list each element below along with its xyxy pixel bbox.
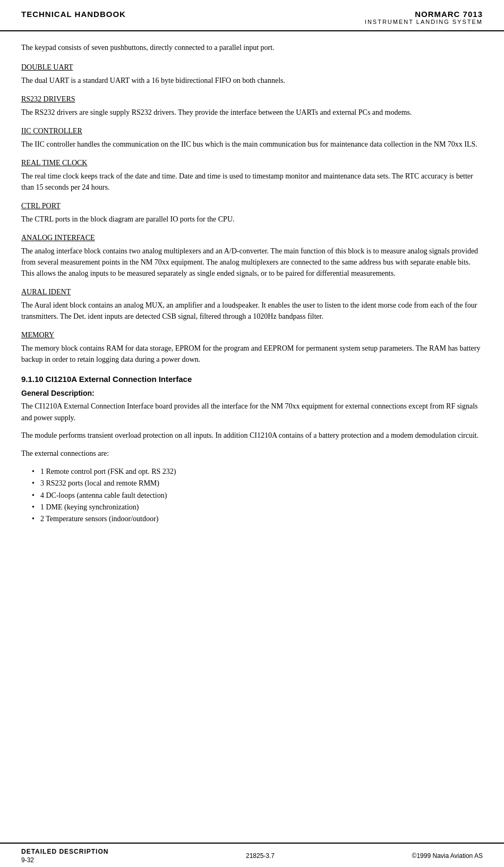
- footer: DETAILED DESCRIPTION 9-32 21825-3.7 ©199…: [0, 843, 504, 867]
- list-item-4: 1 DME (keying synchronization): [32, 502, 483, 513]
- header-title-left: TECHNICAL HANDBOOK: [21, 10, 126, 19]
- general-description-label: General Description:: [21, 389, 483, 397]
- footer-page: 9-32: [21, 856, 108, 864]
- header-right: NORMARC 7013 INSTRUMENT LANDING SYSTEM: [365, 10, 483, 25]
- section-title-ctrl-port: CTRL PORT: [21, 200, 483, 211]
- list-item-1: 1 Remote control port (FSK and opt. RS 2…: [32, 466, 483, 478]
- section-title-rs232-drivers: RS232 DRIVERS: [21, 94, 483, 105]
- section-body-memory: The memory block contains RAM for data s…: [21, 343, 483, 365]
- section-ctrl-port: CTRL PORT The CTRL ports in the block di…: [21, 200, 483, 225]
- section-title-aural-ident: AURAL IDENT: [21, 286, 483, 298]
- connections-list: 1 Remote control port (FSK and opt. RS 2…: [32, 466, 483, 525]
- section-body-ctrl-port: The CTRL ports in the block diagram are …: [21, 214, 483, 225]
- subsection-para-2: The module performs transient overload p…: [21, 430, 483, 441]
- header-subtitle-right: INSTRUMENT LANDING SYSTEM: [365, 19, 483, 25]
- footer-center: 21825-3.7: [246, 852, 275, 860]
- section-rs232-drivers: RS232 DRIVERS The RS232 drivers are sing…: [21, 94, 483, 118]
- section-title-double-uart: DOUBLE UART: [21, 62, 483, 73]
- section-body-aural-ident: The Aural ident block contains an analog…: [21, 300, 483, 322]
- section-memory: MEMORY The memory block contains RAM for…: [21, 329, 483, 365]
- section-body-analog-interface: The analog interface block contains two …: [21, 245, 483, 279]
- footer-right: ©1999 Navia Aviation AS: [412, 852, 483, 860]
- section-body-rs232-drivers: The RS232 drivers are single supply RS23…: [21, 107, 483, 118]
- section-double-uart: DOUBLE UART The dual UART is a standard …: [21, 62, 483, 86]
- section-analog-interface: ANALOG INTERFACE The analog interface bl…: [21, 232, 483, 279]
- subsection-para-1: The CI1210A External Connection Interfac…: [21, 401, 483, 423]
- section-aural-ident: AURAL IDENT The Aural ident block contai…: [21, 286, 483, 322]
- section-title-iic-controller: IIC CONTROLLER: [21, 125, 483, 137]
- header: TECHNICAL HANDBOOK NORMARC 7013 INSTRUME…: [0, 0, 504, 31]
- section-body-iic-controller: The IIC controller handles the communica…: [21, 139, 483, 150]
- section-iic-controller: IIC CONTROLLER The IIC controller handle…: [21, 125, 483, 150]
- section-body-real-time-clock: The real time clock keeps track of the d…: [21, 171, 483, 193]
- header-title-right: NORMARC 7013: [365, 10, 483, 19]
- section-title-real-time-clock: REAL TIME CLOCK: [21, 157, 483, 168]
- section-title-memory: MEMORY: [21, 329, 483, 341]
- section-real-time-clock: REAL TIME CLOCK The real time clock keep…: [21, 157, 483, 193]
- section-title-analog-interface: ANALOG INTERFACE: [21, 232, 483, 243]
- section-body-double-uart: The dual UART is a standard UART with a …: [21, 75, 483, 86]
- list-item-3: 4 DC-loops (antenna cable fault detectio…: [32, 490, 483, 502]
- page: TECHNICAL HANDBOOK NORMARC 7013 INSTRUME…: [0, 0, 504, 867]
- subsection-heading: 9.1.10 CI1210A External Connection Inter…: [21, 375, 483, 384]
- list-item-5: 2 Temperature sensors (indoor/outdoor): [32, 513, 483, 525]
- list-item-2: 3 RS232 ports (local and remote RMM): [32, 478, 483, 489]
- subsection-para-3: The external connections are:: [21, 448, 483, 460]
- sections-container: DOUBLE UART The dual UART is a standard …: [21, 62, 483, 365]
- intro-paragraph: The keypad consists of seven pushbuttons…: [21, 42, 483, 53]
- footer-left-section: DETAILED DESCRIPTION 9-32: [21, 848, 108, 864]
- footer-label: DETAILED DESCRIPTION: [21, 848, 108, 855]
- main-content: The keypad consists of seven pushbuttons…: [0, 31, 504, 843]
